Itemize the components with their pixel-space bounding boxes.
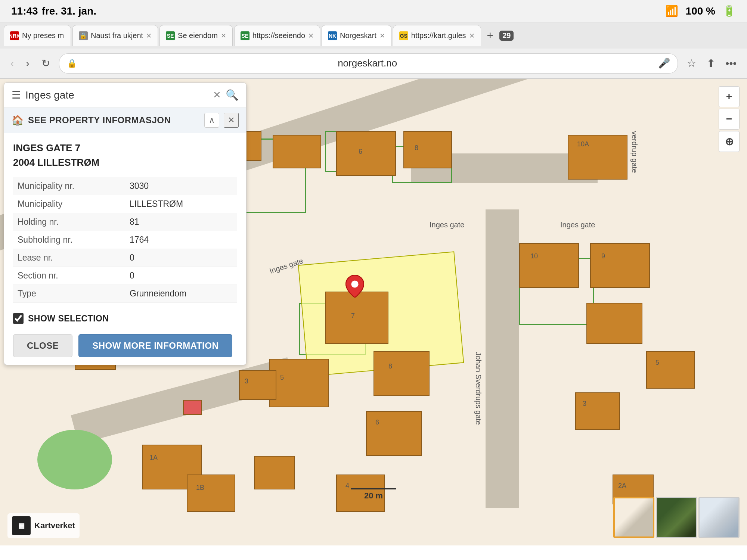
search-submit-button[interactable]: 🔍	[226, 89, 239, 101]
map-controls: + − ⊕	[719, 86, 740, 152]
building-7	[325, 292, 388, 344]
road-johan	[486, 209, 519, 508]
layer-topo-preview	[700, 498, 738, 537]
property-body: INGES GATE 7 2004 LILLESTRØM Municipalit…	[4, 133, 246, 365]
address-bar[interactable]: 🔒 norgeskart.no 🎤	[59, 53, 678, 74]
scale-bar: 20 m	[351, 488, 396, 501]
kartverket-icon: ▦	[12, 516, 31, 535]
tab-nrk[interactable]: NRK Ny preses m	[4, 25, 71, 46]
battery-icon: 🔋	[723, 5, 736, 17]
map-panel: ☰ ✕ 🔍 🏠 SEE PROPERTY INFORMASJON ∧ ✕ ING…	[4, 83, 247, 365]
building-5	[269, 359, 329, 407]
info-value: 81	[125, 213, 237, 231]
layer-switcher	[613, 497, 740, 538]
home-icon: 🏠	[12, 115, 24, 126]
info-table-row: Section nr.0	[13, 267, 237, 285]
back-button[interactable]: ‹	[7, 55, 17, 72]
info-value: LILLESTRØM	[125, 195, 237, 213]
info-label: Subholding nr.	[13, 231, 125, 249]
tab-norgeskart[interactable]: NK Norgeskart ✕	[322, 25, 391, 46]
search-input[interactable]	[25, 89, 208, 101]
building-8-lower	[374, 351, 430, 396]
tab-seeiendo[interactable]: SE https://seeiendo ✕	[234, 25, 320, 46]
lock-icon: 🔒	[67, 59, 77, 68]
nav-actions: ☆ ⬆ •••	[684, 54, 740, 72]
kartverket-logo: ▦ Kartverket	[7, 513, 80, 538]
scale-line	[351, 488, 396, 489]
tab-close-naust[interactable]: ✕	[146, 32, 152, 40]
browser-chrome: NRK Ny preses m 🔒 Naust fra ukjent ✕ SE …	[0, 22, 747, 79]
info-label: Type	[13, 285, 125, 303]
address-block: INGES GATE 7 2004 LILLESTRØM	[13, 141, 237, 170]
new-tab-button[interactable]: +	[483, 28, 498, 43]
tab-close-seeiendo[interactable]: ✕	[308, 32, 314, 40]
status-bar: 11:43 fre. 31. jan. 📶 100 % 🔋	[0, 0, 747, 22]
tab-favicon-nrk: NRK	[10, 31, 19, 40]
tab-se-eiendom[interactable]: SE Se eiendom ✕	[159, 25, 233, 46]
menu-button[interactable]: •••	[723, 54, 740, 72]
bldg-num-2a-bot: 2A	[618, 482, 626, 490]
tab-gules[interactable]: GS https://kart.gules ✕	[393, 25, 481, 46]
layer-satellite-preview	[657, 498, 696, 537]
pan-button[interactable]: ⊕	[719, 131, 740, 152]
bldg-num-3-right: 3	[583, 400, 586, 408]
forward-button[interactable]: ›	[23, 55, 32, 72]
layer-map-button[interactable]	[613, 497, 654, 538]
show-selection-checkbox[interactable]	[13, 313, 24, 324]
show-more-button[interactable]: SHOW MORE INFORMATION	[78, 334, 232, 357]
nav-bar: ‹ › ↻ 🔒 norgeskart.no 🎤 ☆ ⬆ •••	[0, 49, 747, 78]
building-3-right	[575, 392, 620, 430]
info-label: Holding nr.	[13, 213, 125, 231]
svg-point-0	[351, 280, 358, 287]
show-selection-row: SHOW SELECTION	[13, 310, 237, 331]
date: fre. 31. jan.	[42, 5, 96, 17]
tab-title-seeiendo: https://seeiendo	[252, 31, 305, 40]
collapse-button[interactable]: ∧	[204, 113, 219, 128]
tab-bar: NRK Ny preses m 🔒 Naust fra ukjent ✕ SE …	[0, 22, 747, 49]
mic-icon: 🎤	[658, 57, 670, 69]
building-mid-right	[586, 303, 642, 344]
info-table-row: Holding nr.81	[13, 213, 237, 231]
zoom-out-button[interactable]: −	[719, 109, 740, 130]
share-button[interactable]: ⬆	[704, 54, 718, 72]
layer-satellite-button[interactable]	[656, 497, 697, 538]
reload-button[interactable]: ↻	[38, 54, 53, 72]
layer-topo-button[interactable]	[698, 497, 740, 538]
layer-map-preview	[615, 498, 653, 536]
bldg-num-10a: 10A	[577, 140, 589, 148]
info-value: 0	[125, 249, 237, 267]
bldg-num-3: 3	[245, 377, 248, 385]
bookmark-button[interactable]: ☆	[684, 54, 699, 72]
info-value: Grunneiendom	[125, 285, 237, 303]
map-container[interactable]: Inges gate Inges gate Inges gate verdrup…	[0, 79, 747, 545]
search-clear-button[interactable]: ✕	[213, 89, 221, 101]
building-10	[519, 243, 579, 288]
kartverket-label: Kartverket	[34, 521, 75, 531]
zoom-in-button[interactable]: +	[719, 86, 740, 107]
info-value: 1764	[125, 231, 237, 249]
info-table-row: Subholding nr.1764	[13, 231, 237, 249]
bldg-num-10: 10	[530, 252, 538, 260]
building-9	[590, 243, 650, 288]
tab-favicon-gules: GS	[399, 31, 408, 40]
time: 11:43	[11, 5, 38, 17]
building-top-2	[273, 135, 321, 168]
tab-close-gules[interactable]: ✕	[469, 32, 475, 40]
close-button[interactable]: CLOSE	[13, 334, 72, 357]
info-label: Municipality	[13, 195, 125, 213]
building-6-lower	[366, 411, 422, 456]
info-value: 0	[125, 267, 237, 285]
bldg-num-5: 5	[280, 374, 284, 382]
tab-naust[interactable]: 🔒 Naust fra ukjent ✕	[72, 25, 158, 46]
bldg-num-1a-bot: 1A	[149, 454, 158, 462]
tab-title-se: Se eiendom	[178, 31, 218, 40]
battery-percent: 100 %	[686, 5, 715, 17]
info-table-row: TypeGrunneiendom	[13, 285, 237, 303]
show-selection-label: SHOW SELECTION	[28, 314, 109, 324]
tab-close-norgeskart[interactable]: ✕	[379, 32, 385, 40]
url-text: norgeskart.no	[81, 57, 654, 69]
panel-close-button[interactable]: ✕	[224, 113, 239, 128]
bldg-num-7: 7	[351, 312, 355, 320]
tab-close-se[interactable]: ✕	[221, 32, 226, 40]
hamburger-menu[interactable]: ☰	[12, 89, 21, 101]
